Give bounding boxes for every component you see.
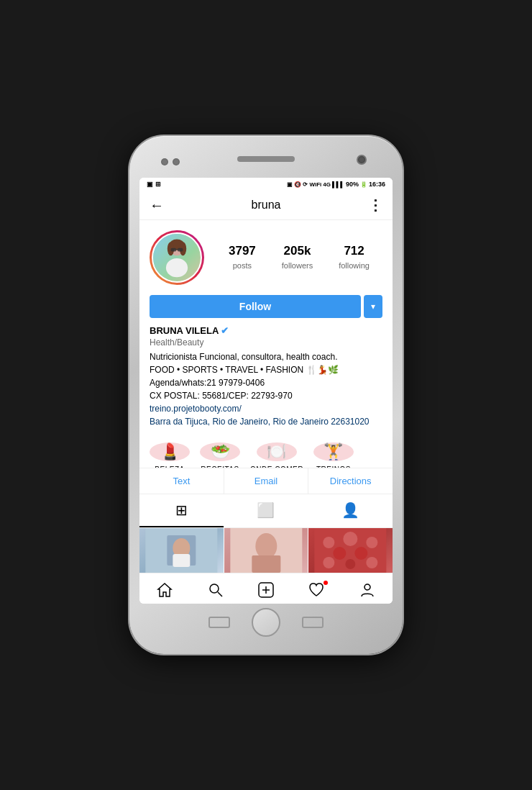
- phone-device: ▣ ⊞ ▣ 🔇 ⟳ WiFi 4G ▌▌▌ 90% 🔋 16:36 ← brun…: [129, 136, 403, 654]
- tab-list[interactable]: ⬜: [224, 494, 308, 527]
- bio-section: BRUNA VILELA ✔ Health/Beauty Nutricionis…: [139, 325, 393, 435]
- bio-link[interactable]: treino.projetobooty.com/: [150, 402, 382, 415]
- avatar-image: [153, 232, 201, 283]
- status-notification-icon: ▣: [287, 181, 293, 188]
- grid-photo-3[interactable]: [308, 528, 393, 573]
- svg-point-2: [166, 258, 188, 277]
- nav-search-button[interactable]: [203, 579, 229, 601]
- svg-point-18: [344, 532, 358, 546]
- svg-point-22: [324, 557, 335, 568]
- status-sync-icon: ⟳: [303, 181, 308, 188]
- verified-icon: ✔: [221, 325, 229, 336]
- profile-name-text: BRUNA VILELA: [150, 325, 219, 336]
- stats-container: 3797 posts 205k followers 712 following: [216, 244, 382, 271]
- nav-title: bruna: [252, 199, 281, 212]
- contact-buttons: Text Email Directions: [139, 468, 393, 494]
- phone-screen: ▣ ⊞ ▣ 🔇 ⟳ WiFi 4G ▌▌▌ 90% 🔋 16:36 ← brun…: [139, 178, 393, 604]
- status-4g-icon: 4G: [323, 181, 331, 188]
- status-right: ▣ 🔇 ⟳ WiFi 4G ▌▌▌ 90% 🔋 16:36: [287, 181, 385, 188]
- tab-grid[interactable]: ⊞: [139, 494, 224, 527]
- profile-icon: [359, 582, 375, 598]
- phone-dot-right: [173, 158, 180, 165]
- svg-point-30: [364, 584, 370, 590]
- svg-point-24: [367, 557, 378, 568]
- email-button[interactable]: Email: [224, 468, 308, 494]
- nav-home-button[interactable]: [152, 579, 178, 601]
- plate-icon: 🍽️: [267, 442, 286, 461]
- nav-add-button[interactable]: [253, 579, 279, 601]
- highlight-beleza-circle: 💄: [150, 442, 190, 461]
- phone-camera: [357, 155, 367, 165]
- following-count: 712: [339, 244, 370, 258]
- kettlebell-icon: 🏋️: [324, 442, 343, 461]
- list-icon: ⬜: [257, 501, 275, 519]
- svg-point-20: [334, 547, 347, 560]
- status-bar: ▣ ⊞ ▣ 🔇 ⟳ WiFi 4G ▌▌▌ 90% 🔋 16:36: [139, 178, 393, 191]
- svg-point-21: [355, 547, 368, 560]
- grid-photo-1[interactable]: [139, 528, 224, 573]
- back-button[interactable]: ←: [150, 197, 164, 214]
- phone-dot-left: [161, 158, 168, 165]
- highlight-onde-comer-circle: 🍽️: [257, 442, 297, 461]
- tab-tagged[interactable]: 👤: [308, 494, 393, 527]
- phone-menu-btn: [302, 617, 324, 628]
- highlight-treinos-circle: 🏋️: [313, 442, 354, 461]
- status-signal-icon: ▌▌▌: [332, 181, 344, 188]
- bio-location: Barra da Tijuca, Rio de Janeiro, Rio de …: [150, 415, 382, 428]
- phone-home-btn: [252, 608, 280, 637]
- stat-following[interactable]: 712 following: [339, 244, 370, 271]
- nav-likes-button[interactable]: [303, 579, 329, 601]
- status-left: ▣ ⊞: [147, 181, 161, 188]
- highlight-receitas-circle: 🥗: [200, 442, 240, 461]
- bottom-navigation: [139, 573, 393, 604]
- tagged-icon: 👤: [341, 501, 359, 519]
- highlight-onde-comer[interactable]: 🍽️ ONDE COMER: [250, 442, 303, 460]
- directions-button[interactable]: Directions: [308, 468, 393, 494]
- phone-bottom-hardware: [139, 604, 393, 641]
- phone-top-bar: [139, 149, 393, 175]
- profile-header: 3797 posts 205k followers 712 following: [150, 230, 382, 285]
- status-wifi-icon: WiFi: [309, 181, 321, 188]
- svg-rect-7: [178, 248, 183, 252]
- search-icon: [208, 582, 224, 598]
- posts-label: posts: [233, 261, 252, 270]
- follow-area: Follow ▾: [150, 295, 382, 318]
- bowl-icon: 🥗: [211, 442, 230, 461]
- following-label: following: [339, 261, 370, 270]
- status-time: 16:36: [369, 181, 385, 188]
- bio-line3: Agenda/whats:21 97979-0406: [150, 376, 382, 389]
- follow-dropdown-button[interactable]: ▾: [364, 295, 382, 318]
- home-icon: [157, 582, 173, 598]
- text-button[interactable]: Text: [139, 468, 224, 494]
- svg-point-23: [346, 559, 356, 569]
- content-tabs: ⊞ ⬜ 👤: [139, 494, 393, 528]
- bio-line4: CX POSTAL: 55681/CEP: 22793-970: [150, 389, 382, 402]
- follow-button[interactable]: Follow: [150, 295, 361, 318]
- avatar[interactable]: [152, 232, 202, 283]
- top-navigation: ← bruna ⋮: [139, 191, 393, 220]
- stat-followers[interactable]: 205k followers: [282, 244, 313, 271]
- photo-grid: [139, 528, 393, 573]
- avatar-ring: [150, 230, 204, 285]
- highlight-beleza[interactable]: 💄 BELEZA: [150, 442, 190, 460]
- grid-icon: ⊞: [175, 501, 188, 519]
- svg-point-19: [367, 537, 378, 548]
- svg-line-26: [218, 592, 222, 596]
- profile-name: BRUNA VILELA ✔: [150, 325, 382, 336]
- stat-posts[interactable]: 3797 posts: [229, 244, 256, 271]
- svg-rect-15: [252, 555, 280, 573]
- bio-description: Nutricionista Funcional, consultora, hea…: [150, 350, 382, 428]
- more-options-button[interactable]: ⋮: [368, 196, 382, 214]
- profile-category: Health/Beauty: [150, 337, 382, 348]
- avatar-container: [150, 230, 204, 285]
- profile-section: 3797 posts 205k followers 712 following …: [139, 220, 393, 325]
- status-sound-icon: 🔇: [294, 181, 301, 188]
- bio-line1: Nutricionista Funcional, consultora, hea…: [150, 350, 382, 363]
- highlight-treinos[interactable]: 🏋️ TREINOS: [313, 442, 354, 460]
- grid-photo-2[interactable]: [224, 528, 308, 573]
- add-icon: [258, 582, 274, 598]
- phone-dots: [161, 158, 180, 165]
- status-battery-icon: 🔋: [360, 181, 367, 188]
- highlight-receitas[interactable]: 🥗 RECEITAS: [200, 442, 240, 460]
- nav-profile-button[interactable]: [354, 579, 380, 601]
